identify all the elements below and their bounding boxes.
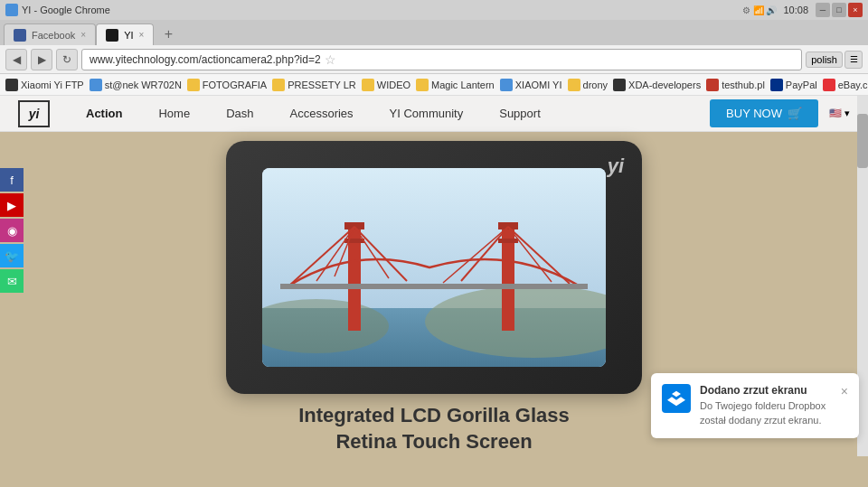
logo-text: yi (29, 107, 40, 121)
svg-rect-8 (498, 222, 518, 229)
nav-action-label: Action (86, 107, 122, 120)
maximize-btn[interactable]: □ (832, 3, 846, 17)
bookmark-ebay-com[interactable]: eBay.com (823, 79, 868, 91)
close-btn[interactable]: × (848, 3, 863, 17)
bookmark-stnek-icon (90, 79, 102, 91)
url-bar[interactable]: www.yitechnology.com/actioncamera2.php?i… (81, 49, 802, 70)
nav-home-label: Home (158, 107, 190, 120)
buy-now-label: BUY NOW (726, 107, 782, 120)
bookmark-wideo-icon (362, 79, 374, 91)
dropbox-icon (662, 384, 691, 413)
bookmark-testhub[interactable]: testhub.pl (706, 79, 765, 91)
bookmark-xiaomi-ftp[interactable]: Xiaomi Yi FTP (5, 79, 84, 91)
bookmark-fotografia[interactable]: FOTOGRAFIA (187, 79, 267, 91)
nav-support-label: Support (499, 107, 541, 120)
forward-btn[interactable]: ▶ (31, 49, 52, 70)
bookmark-fotografia-icon (187, 79, 200, 91)
tab-facebook-favicon (14, 29, 26, 42)
flag-btn[interactable]: 🇺🇸 ▾ (829, 108, 850, 119)
tab-yi-label: YI (124, 30, 133, 41)
toolbar-icons: polish ☰ (806, 51, 863, 69)
address-bar: ◀ ▶ ↻ www.yitechnology.com/actioncamera2… (0, 45, 868, 74)
url-text: www.yitechnology.com/actioncamera2.php?i… (90, 53, 321, 66)
bookmark-xiaomi-ftp-icon (5, 79, 18, 91)
feature-title-line2: Retina Touch Screen (335, 430, 532, 453)
menu-btn[interactable]: ☰ (844, 51, 863, 69)
tray-icons: ⚙ 📶 🔊 (742, 5, 778, 15)
tab-facebook[interactable]: Facebook × (4, 23, 96, 45)
camera-logo-overlay: yi (608, 155, 624, 178)
bookmark-stnek[interactable]: st@nek WR702N (90, 79, 182, 91)
nav-item-community[interactable]: YI Community (372, 96, 482, 132)
bookmark-ebay-com-label: eBay.com (838, 80, 868, 90)
system-time: 10:08 (783, 5, 808, 15)
dropbox-logo-svg (667, 389, 685, 407)
page-content: f ▶ ◉ 🐦 ✉ yi Action Home Dash Accessorie… (0, 96, 868, 456)
bookmark-pressety[interactable]: PRESSETY LR (272, 79, 356, 91)
nav-item-dash[interactable]: Dash (208, 96, 271, 132)
nav-items: Action Home Dash Accessories YI Communit… (68, 96, 710, 132)
bookmark-xda-icon (613, 79, 626, 91)
dropbox-notification-title: Dodano zrzut ekranu (700, 384, 832, 397)
dropbox-notification-body: Do Twojego folderu Dropbox został dodany… (700, 399, 832, 427)
bookmark-magiclantern-icon (416, 79, 429, 91)
bookmark-xda[interactable]: XDA-developers (613, 79, 701, 91)
cart-icon: 🛒 (788, 107, 802, 120)
back-btn[interactable]: ◀ (5, 49, 27, 70)
tab-yi[interactable]: YI × (96, 23, 154, 45)
bookmark-magiclantern-label: Magic Lantern (431, 80, 495, 90)
bookmark-paypal-label: PayPal (786, 80, 817, 90)
bookmark-paypal-icon (770, 79, 783, 91)
flag-dropdown-icon: ▾ (844, 108, 850, 119)
nav-item-home[interactable]: Home (140, 96, 208, 132)
language-btn[interactable]: polish (806, 52, 843, 68)
nav-item-support[interactable]: Support (481, 96, 559, 132)
bookmark-magiclantern[interactable]: Magic Lantern (416, 79, 495, 91)
bookmark-pressety-icon (272, 79, 285, 91)
camera-screen (262, 168, 606, 367)
bookmark-star[interactable]: ☆ (325, 52, 336, 67)
nav-accessories-label: Accessories (290, 107, 354, 120)
feature-title: Integrated LCD Gorilla Glass Retina Touc… (271, 403, 597, 454)
dropbox-close-btn[interactable]: × (841, 384, 848, 398)
tab-facebook-label: Facebook (32, 30, 75, 41)
scrollbar-thumb[interactable] (857, 114, 868, 168)
nav-dash-label: Dash (226, 107, 253, 120)
dropbox-notification-text: Dodano zrzut ekranu Do Twojego folderu D… (700, 384, 832, 427)
bookmark-wideo-label: WIDEO (377, 80, 410, 90)
bookmark-xiaomi-ftp-label: Xiaomi Yi FTP (21, 80, 84, 90)
feature-section: Integrated LCD Gorilla Glass Retina Touc… (271, 403, 597, 456)
tab-yi-close[interactable]: × (139, 30, 145, 40)
nav-item-accessories[interactable]: Accessories (272, 96, 372, 132)
nav-item-action[interactable]: Action (68, 96, 140, 132)
bookmark-stnek-label: st@nek WR702N (105, 80, 182, 90)
reload-btn[interactable]: ↻ (56, 49, 78, 70)
bookmark-xiaomiyi[interactable]: XIAOMI YI (500, 79, 562, 91)
flag-icon: 🇺🇸 (829, 108, 842, 119)
nav-community-label: YI Community (390, 107, 464, 120)
bookmark-ebay-com-icon (823, 79, 835, 91)
bridge-illustration (262, 168, 606, 367)
bookmark-drony-label: drony (583, 80, 609, 90)
browser-chrome: YI - Google Chrome ⚙ 📶 🔊 10:08 ─ □ × Fac… (0, 0, 868, 96)
tab-bar: Facebook × YI × + (0, 20, 868, 45)
window-title: YI - Google Chrome (22, 5, 110, 15)
bookmarks-bar: Xiaomi Yi FTP st@nek WR702N FOTOGRAFIA P… (0, 74, 868, 96)
dropbox-notification: Dodano zrzut ekranu Do Twojego folderu D… (651, 373, 859, 438)
bookmark-drony[interactable]: drony (568, 79, 609, 91)
tab-yi-favicon (106, 29, 118, 42)
buy-now-btn[interactable]: BUY NOW 🛒 (710, 99, 818, 127)
svg-rect-9 (498, 239, 518, 243)
title-bar: YI - Google Chrome ⚙ 📶 🔊 10:08 ─ □ × (0, 0, 868, 20)
bookmark-testhub-icon (706, 79, 719, 91)
bookmark-wideo[interactable]: WIDEO (362, 79, 410, 91)
bookmark-xda-label: XDA-developers (628, 80, 701, 90)
site-nav: yi Action Home Dash Accessories YI Commu… (0, 96, 868, 132)
minimize-btn[interactable]: ─ (816, 3, 830, 17)
tab-facebook-close[interactable]: × (80, 30, 86, 40)
window-controls[interactable]: ─ □ × (816, 3, 863, 17)
system-tray: ⚙ 📶 🔊 10:08 (742, 5, 808, 15)
svg-rect-19 (280, 284, 588, 289)
bookmark-paypal[interactable]: PayPal (770, 79, 817, 91)
new-tab-btn[interactable]: + (157, 23, 179, 45)
